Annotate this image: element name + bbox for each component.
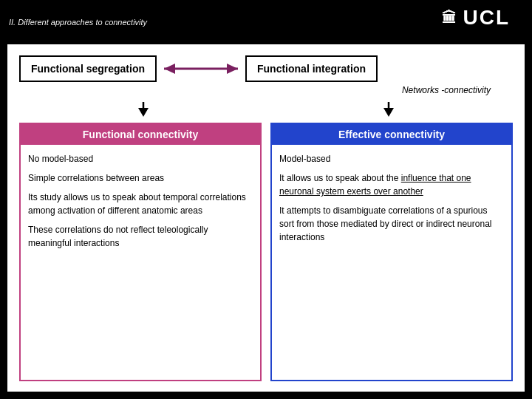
networks-row: Networks -connectivity xyxy=(19,85,513,100)
no-model-based: No model-based xyxy=(28,152,253,166)
building-icon: 🏛 xyxy=(442,10,458,27)
func-connectivity-header: Functional connectivity xyxy=(21,124,260,145)
svg-marker-4 xyxy=(138,108,149,117)
it-attempts-text: It attempts to disambiguate correlations… xyxy=(279,204,504,244)
it-allows-text: It allows us to speak about the influenc… xyxy=(279,171,504,198)
ucl-text: UCL xyxy=(463,6,510,30)
networks-label: Networks -connectivity xyxy=(402,85,505,95)
model-based: Model-based xyxy=(279,152,504,166)
boxes-row: Functional segregation Functional integr… xyxy=(19,55,513,83)
func-segregation-label: Functional segregation xyxy=(31,63,145,75)
down-arrow-container xyxy=(19,102,513,117)
left-panel-text: No model-based Simple correlations betwe… xyxy=(28,152,253,256)
svg-marker-2 xyxy=(227,64,238,74)
eff-connectivity-header: Effective connectivity xyxy=(272,124,511,145)
func-integration-box: Functional integration xyxy=(245,55,378,82)
top-section: Functional segregation Functional integr… xyxy=(19,55,513,120)
header-bar: II. Different approaches to connectivity… xyxy=(0,0,532,44)
left-down-arrow xyxy=(134,102,152,117)
simple-correlations: Simple correlations between areas xyxy=(28,171,253,185)
right-panel: Effective connectivity Model-based It al… xyxy=(270,123,513,381)
right-panel-text: Model-based It allows us to speak about … xyxy=(279,152,504,250)
these-text: These correlations do not reflect teleol… xyxy=(28,223,253,250)
columns-row: Functional connectivity No model-based S… xyxy=(19,123,513,381)
main-content: Functional segregation Functional integr… xyxy=(7,44,525,392)
func-integration-label: Functional integration xyxy=(257,63,366,75)
svg-marker-6 xyxy=(383,108,394,117)
double-arrow-svg xyxy=(157,55,245,83)
right-down-arrow xyxy=(380,102,398,117)
study-text: Its study allows us to speak about tempo… xyxy=(28,191,253,217)
ucl-logo: 🏛 UCL xyxy=(442,6,510,30)
svg-marker-1 xyxy=(164,64,175,74)
header-title: II. Different approaches to connectivity xyxy=(9,18,147,27)
func-segregation-box: Functional segregation xyxy=(19,55,157,82)
left-panel: Functional connectivity No model-based S… xyxy=(19,123,262,381)
it-allows-intro: It allows us to speak about the xyxy=(279,173,398,183)
